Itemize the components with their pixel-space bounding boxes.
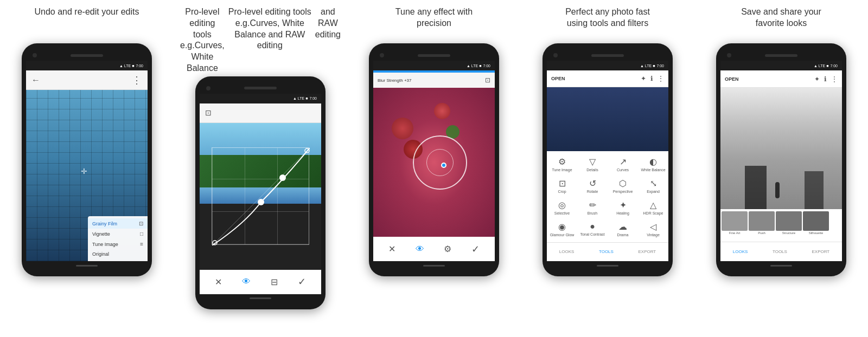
toolbar-eye-icon3[interactable]: 👁 [416,244,424,254]
home-indicator [76,265,98,267]
phone1: ▲ LTE ■ 7:00 ← ⋮ ✛ Grainy Film ⊡ [22,43,152,276]
bw-street-image [720,88,842,209]
edit-panel: Grainy Film ⊡ Vignette □ Tune Image ≡ [88,216,148,261]
phone2: ▲ LTE ■ 7:00 ⊡ [195,76,326,309]
tool-hdr[interactable]: △ HDR Scape [638,197,668,218]
edit-item-grainy[interactable]: Grainy Film ⊡ [88,218,148,229]
tab-export5[interactable]: EXPORT [812,249,829,254]
phone3-wrapper: ▲ LTE ■ 7:00 Blur Strength +37 ⊡ [369,43,499,337]
curves-icon: ↗ [620,157,627,167]
toolbar-eye-icon[interactable]: 👁 [242,277,251,287]
tab-tools4[interactable]: TOOLS [599,249,614,254]
details-icon: ▽ [589,157,596,167]
tune-image-icon: ⚙ [558,157,566,167]
tool-drama[interactable]: ☁ Drama [608,218,638,240]
tab-export4[interactable]: EXPORT [638,249,656,254]
panel1-caption: Undo and re-edit your edits [30,4,144,43]
toolbar-check-icon3[interactable]: ✓ [471,243,480,255]
edit-item-vignette[interactable]: Vignette □ [88,229,148,239]
phone4-top [547,50,668,61]
look-structure[interactable]: Structure [776,211,802,237]
back-arrow-icon[interactable]: ← [31,75,40,85]
brush-label: Brush [588,211,597,215]
nav-dots5[interactable]: ⋮ [831,75,838,83]
toolbar-check-icon[interactable]: ✓ [298,276,306,288]
tab-looks4[interactable]: LOOKS [559,249,575,254]
tab-tools5[interactable]: TOOLS [773,249,787,254]
perspective-label: Perspective [613,190,633,193]
phone5-bottom [720,261,842,270]
tools-grid: ⚙ Tune Image ▽ Details ↗ Curves ◐ White … [547,151,668,242]
panel3-caption: Tune any effect withprecision [391,4,477,43]
home-indicator3 [423,265,445,267]
toolbar-x-icon[interactable]: ✕ [215,277,222,287]
phone2-toolbar: ✕ 👁 ⊟ ✓ [200,270,321,294]
toolbar-tune-icon3[interactable]: ⚙ [444,244,451,254]
tab-looks5[interactable]: LOOKS [733,249,748,254]
tool-curves[interactable]: ↗ Curves [608,153,638,175]
nav-expand-icon[interactable]: ⊡ [205,108,212,117]
blur-content [373,88,495,237]
brush-icon: ✏ [589,200,596,210]
edit-label: Grainy Film [92,221,117,226]
wb-label: White Balance [641,168,665,172]
edit-item-tune[interactable]: Tune Image ≡ [88,239,148,249]
phone2-status: ▲ LTE ■ 7:00 [200,94,321,103]
nav-icon5a[interactable]: ✦ [814,75,820,83]
open-label5[interactable]: OPEN [725,76,739,82]
phone1-screen: ← ⋮ ✛ Grainy Film ⊡ Vignette [26,70,148,261]
tonal-label: Tonal Contrast [580,232,604,236]
look-push[interactable]: Push [749,211,775,237]
phone1-speaker [71,54,103,57]
nav-dots-icon[interactable]: ⋮ [658,75,664,82]
blur-label-text: Blur Strength +37 [378,78,411,83]
tool-details[interactable]: ▽ Details [577,153,608,175]
edit-item-icon: ≡ [140,241,143,247]
selective-label: Selective [554,211,570,215]
dots-menu-icon[interactable]: ⋮ [132,74,142,86]
home-indicator4 [597,265,618,267]
home-indicator5 [770,265,792,267]
vintage-icon: ◁ [650,222,656,232]
nav-icon5b[interactable]: ℹ [824,75,827,83]
toolbar-x-icon3[interactable]: ✕ [388,244,395,254]
toolbar-layers-icon[interactable]: ⊟ [271,277,278,287]
tool-wb[interactable]: ◐ White Balance [638,153,668,175]
tool-brush[interactable]: ✏ Brush [577,197,608,218]
nav-star-icon[interactable]: ✦ [641,75,646,82]
tool-tonal[interactable]: ● Tonal Contrast [577,218,608,240]
expand-icon[interactable]: ⊡ [485,76,490,84]
phone5-camera [727,53,731,57]
phone3: ▲ LTE ■ 7:00 Blur Strength +37 ⊡ [369,43,499,276]
edit-item-original[interactable]: Original [88,249,148,259]
glamour-icon: ◉ [558,222,566,232]
tool-vintage[interactable]: ◁ Vintage [638,218,668,240]
panel-looks: Save and share yourfavorite looks ▲ LTE … [694,0,868,337]
phone2-wrapper: ▲ LTE ■ 7:00 ⊡ [195,76,326,337]
status-time2: 7:00 [309,96,317,100]
silhouette-thumb [803,211,829,231]
edit-item-icon: □ [140,231,143,237]
crop-label: Crop [558,190,566,193]
phone1-nav: ← ⋮ [26,70,148,90]
panel5-caption: Save and share yourfavorite looks [737,4,826,43]
tool-rotate[interactable]: ↺ Rotate [577,175,608,197]
look-fine-art[interactable]: Fine Art [722,211,748,237]
phone4-tabs: LOOKS TOOLS EXPORT [547,242,668,261]
look-silhouette[interactable]: Silhouette [803,211,829,237]
tools-icons-nav5: ✦ ℹ ⋮ [814,75,838,83]
tool-tune-image[interactable]: ⚙ Tune Image [547,153,577,175]
tool-healing[interactable]: ✦ Healing [608,197,638,218]
phone3-speaker [418,54,450,57]
fine-art-label: Fine Art [722,231,748,235]
tool-crop[interactable]: ⊡ Crop [547,175,577,197]
tool-perspective[interactable]: ⬡ Perspective [608,175,638,197]
tool-glamour[interactable]: ◉ Glamour Glow [547,218,577,240]
tool-expand[interactable]: ⤡ Expand [638,175,668,197]
nav-info-icon[interactable]: ℹ [650,75,653,82]
status-time3: 7:00 [483,64,490,68]
home-indicator2 [250,297,271,299]
tool-selective[interactable]: ◎ Selective [547,197,577,218]
hdr-label: HDR Scape [643,211,663,215]
open-label4[interactable]: OPEN [551,76,565,81]
